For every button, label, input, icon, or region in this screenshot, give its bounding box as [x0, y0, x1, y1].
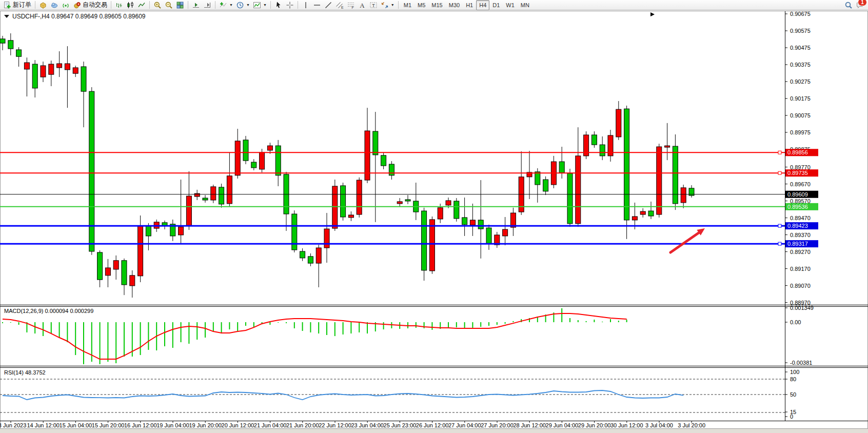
chevron-down-icon[interactable]: ▼	[263, 3, 267, 7]
time-tick-label: 19 Jun 20:00	[189, 422, 222, 428]
time-tick-label: 14 Jun 12:00	[27, 422, 60, 428]
time-tick-label: 25 Jun 23:00	[384, 422, 417, 428]
candle-body	[179, 227, 184, 235]
candle-body	[486, 228, 491, 244]
price-tick-label: 0.90075	[790, 112, 811, 119]
auto-trading-button[interactable]: 自动交易	[71, 0, 109, 10]
market-watch-button[interactable]	[37, 0, 49, 10]
search-icon[interactable]	[844, 1, 853, 9]
label-button[interactable]: T	[368, 0, 379, 10]
candle-body	[73, 68, 78, 73]
fibonacci-button[interactable]: F	[345, 0, 357, 10]
trendline-icon	[324, 1, 332, 9]
hline-anchor[interactable]	[778, 171, 781, 174]
chart-area[interactable]: 0.906750.905750.904750.903750.902750.901…	[0, 0, 868, 433]
timeframe-m15-button[interactable]: M15	[428, 0, 445, 10]
data-window-button[interactable]	[49, 0, 60, 10]
tiles-icon	[176, 1, 184, 9]
trendline-button[interactable]	[323, 0, 334, 10]
candle-body	[405, 200, 410, 201]
candle-body	[438, 208, 443, 219]
doc-plus-icon	[3, 1, 11, 9]
horizontal-line-button[interactable]	[311, 0, 323, 10]
templates-button[interactable]: ▼	[251, 0, 268, 10]
cursor-button[interactable]	[273, 0, 284, 10]
price-tick-label: 0.89670	[790, 181, 811, 187]
candle-body	[235, 141, 240, 175]
svg-text:E: E	[341, 5, 344, 9]
price-tick-label: 0.90675	[790, 11, 811, 17]
candle-body	[357, 180, 362, 214]
candle-body	[470, 220, 475, 225]
price-tick-label: 0.89370	[790, 232, 811, 238]
candle-body	[348, 215, 353, 218]
candle-body	[422, 211, 427, 270]
line-chart-button[interactable]	[136, 0, 147, 10]
indicators-button[interactable]: ▼	[218, 0, 234, 10]
terminal-window: 0.906750.905750.904750.903750.902750.901…	[0, 0, 868, 433]
auto-scroll-button[interactable]	[190, 0, 202, 10]
shapes-button[interactable]: ▼	[379, 0, 396, 10]
cursor-icon	[274, 1, 283, 9]
new-order-button[interactable]: 新订单	[2, 0, 33, 10]
channel-button[interactable]: E	[334, 0, 345, 10]
time-tick-label: 3 Jul 20:00	[678, 422, 705, 428]
notification-badge: 1	[858, 0, 867, 6]
candle-body	[657, 147, 662, 214]
timeframe-mn-button[interactable]: MN	[518, 0, 532, 10]
timeframe-m30-button[interactable]: M30	[446, 0, 463, 10]
candle-body	[186, 196, 191, 226]
main-toolbar: 新订单自动交易▼▼▼EFAT▼M1M5M15M30H1H4D1W1MN1	[0, 0, 868, 10]
chart-shift-button[interactable]	[202, 0, 213, 10]
candle-body	[243, 140, 248, 161]
price-badge-label: 0.89735	[787, 170, 808, 176]
candle-chart-button[interactable]	[125, 0, 136, 10]
candle-body	[219, 187, 224, 204]
candle-body	[97, 252, 103, 280]
candle-body	[600, 145, 605, 156]
timeframe-m1-button[interactable]: M1	[401, 0, 415, 10]
candle-body	[300, 251, 305, 258]
timeframe-h1-button[interactable]: H1	[463, 0, 476, 10]
hline-anchor[interactable]	[778, 242, 781, 245]
timeframe-d1-button[interactable]: D1	[489, 0, 503, 10]
text-button[interactable]: A	[357, 0, 368, 10]
timeframe-w1-button[interactable]: W1	[503, 0, 518, 10]
candle-body	[632, 216, 637, 220]
candle-body	[138, 226, 143, 276]
navigator-button[interactable]	[60, 0, 71, 10]
candle-body	[681, 188, 686, 203]
macd-label: MACD(12,26,9) 0.000094 0.000299	[4, 308, 93, 314]
cloud-icon	[50, 1, 58, 9]
zoom-in-button[interactable]	[152, 0, 163, 10]
candle-body	[559, 162, 564, 173]
candle-body	[105, 268, 110, 275]
macd-axis-label: 0.001349	[790, 305, 814, 311]
crosshair-button[interactable]	[284, 0, 295, 10]
timeframe-m5-button[interactable]: M5	[415, 0, 428, 10]
hline-anchor[interactable]	[778, 151, 781, 154]
chevron-down-icon[interactable]: ▼	[246, 3, 250, 7]
candle-body	[113, 261, 119, 269]
bar-chart-button[interactable]	[113, 0, 125, 10]
candle-body	[146, 226, 151, 236]
timeframe-h4-button[interactable]: H4	[476, 0, 489, 10]
candle-body	[381, 155, 386, 166]
price-tick-label: 0.89170	[790, 266, 811, 272]
shapes-icon	[381, 1, 389, 9]
candle-body	[194, 193, 200, 196]
zoom-out-button[interactable]	[163, 0, 174, 10]
time-axis[interactable]: 13 Jun 202314 Jun 12:0015 Jun 04:0015 Ju…	[0, 421, 705, 428]
notifications-button[interactable]: 1	[856, 1, 864, 9]
vertical-line-button[interactable]	[300, 0, 311, 10]
candle-body	[8, 41, 13, 49]
chart-title-group: USDCHF-,H4 0.89647 0.89649 0.89605 0.896…	[4, 13, 146, 20]
chevron-down-icon[interactable]: ▼	[391, 3, 394, 7]
tile-windows-button[interactable]	[174, 0, 186, 10]
hline-anchor[interactable]	[778, 224, 781, 227]
price-badge-label: 0.89609	[787, 191, 808, 198]
chevron-down-icon[interactable]: ▼	[229, 3, 233, 7]
periods-button[interactable]: ▼	[234, 0, 251, 10]
rsi-axis-label: 80	[790, 376, 796, 382]
candle-body	[16, 50, 22, 56]
